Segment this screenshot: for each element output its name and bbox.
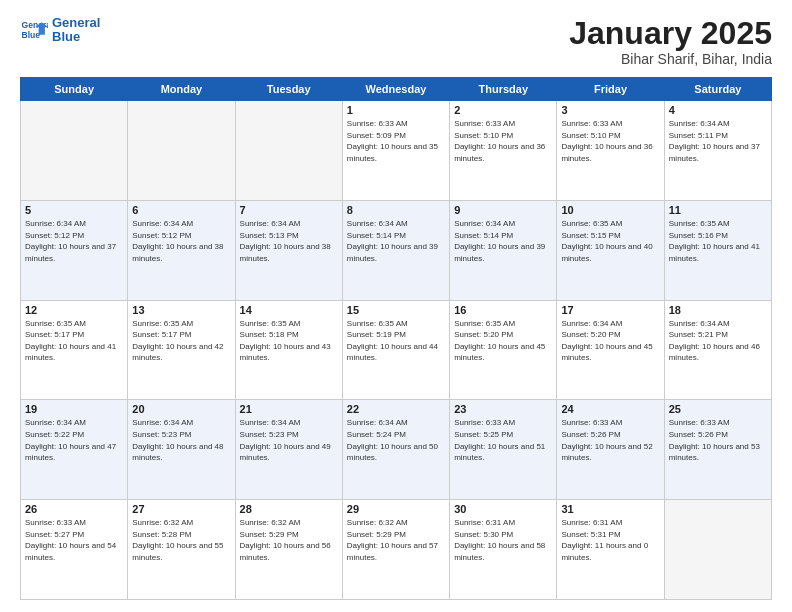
- day-info: Sunrise: 6:34 AMSunset: 5:22 PMDaylight:…: [25, 417, 123, 463]
- day-info: Sunrise: 6:32 AMSunset: 5:29 PMDaylight:…: [240, 517, 338, 563]
- logo: General Blue General Blue: [20, 16, 100, 45]
- day-info: Sunrise: 6:34 AMSunset: 5:23 PMDaylight:…: [240, 417, 338, 463]
- day-number: 29: [347, 503, 445, 515]
- day-number: 25: [669, 403, 767, 415]
- table-row: 30Sunrise: 6:31 AMSunset: 5:30 PMDayligh…: [450, 500, 557, 600]
- day-number: 20: [132, 403, 230, 415]
- page: General Blue General Blue January 2025 B…: [0, 0, 792, 612]
- table-row: 2Sunrise: 6:33 AMSunset: 5:10 PMDaylight…: [450, 101, 557, 201]
- day-number: 28: [240, 503, 338, 515]
- day-number: 2: [454, 104, 552, 116]
- calendar-header-row: Sunday Monday Tuesday Wednesday Thursday…: [21, 78, 772, 101]
- table-row: 21Sunrise: 6:34 AMSunset: 5:23 PMDayligh…: [235, 400, 342, 500]
- day-number: 4: [669, 104, 767, 116]
- col-tuesday: Tuesday: [235, 78, 342, 101]
- day-info: Sunrise: 6:35 AMSunset: 5:20 PMDaylight:…: [454, 318, 552, 364]
- day-info: Sunrise: 6:35 AMSunset: 5:17 PMDaylight:…: [25, 318, 123, 364]
- table-row: 25Sunrise: 6:33 AMSunset: 5:26 PMDayligh…: [664, 400, 771, 500]
- table-row: 15Sunrise: 6:35 AMSunset: 5:19 PMDayligh…: [342, 300, 449, 400]
- logo-line1: General: [52, 16, 100, 30]
- day-number: 1: [347, 104, 445, 116]
- logo-icon: General Blue: [20, 16, 48, 44]
- day-number: 8: [347, 204, 445, 216]
- table-row: 13Sunrise: 6:35 AMSunset: 5:17 PMDayligh…: [128, 300, 235, 400]
- table-row: 7Sunrise: 6:34 AMSunset: 5:13 PMDaylight…: [235, 200, 342, 300]
- day-info: Sunrise: 6:33 AMSunset: 5:27 PMDaylight:…: [25, 517, 123, 563]
- table-row: 4Sunrise: 6:34 AMSunset: 5:11 PMDaylight…: [664, 101, 771, 201]
- day-info: Sunrise: 6:35 AMSunset: 5:19 PMDaylight:…: [347, 318, 445, 364]
- table-row: 27Sunrise: 6:32 AMSunset: 5:28 PMDayligh…: [128, 500, 235, 600]
- day-number: 9: [454, 204, 552, 216]
- table-row: 26Sunrise: 6:33 AMSunset: 5:27 PMDayligh…: [21, 500, 128, 600]
- day-info: Sunrise: 6:31 AMSunset: 5:30 PMDaylight:…: [454, 517, 552, 563]
- day-number: 13: [132, 304, 230, 316]
- day-info: Sunrise: 6:33 AMSunset: 5:26 PMDaylight:…: [561, 417, 659, 463]
- table-row: 1Sunrise: 6:33 AMSunset: 5:09 PMDaylight…: [342, 101, 449, 201]
- col-friday: Friday: [557, 78, 664, 101]
- svg-text:Blue: Blue: [22, 30, 41, 40]
- logo-line2: Blue: [52, 30, 100, 44]
- day-info: Sunrise: 6:34 AMSunset: 5:12 PMDaylight:…: [25, 218, 123, 264]
- day-number: 24: [561, 403, 659, 415]
- table-row: 28Sunrise: 6:32 AMSunset: 5:29 PMDayligh…: [235, 500, 342, 600]
- calendar-table: Sunday Monday Tuesday Wednesday Thursday…: [20, 77, 772, 600]
- table-row: 17Sunrise: 6:34 AMSunset: 5:20 PMDayligh…: [557, 300, 664, 400]
- day-info: Sunrise: 6:34 AMSunset: 5:12 PMDaylight:…: [132, 218, 230, 264]
- day-number: 21: [240, 403, 338, 415]
- day-number: 22: [347, 403, 445, 415]
- day-number: 30: [454, 503, 552, 515]
- col-wednesday: Wednesday: [342, 78, 449, 101]
- day-number: 23: [454, 403, 552, 415]
- table-row: 12Sunrise: 6:35 AMSunset: 5:17 PMDayligh…: [21, 300, 128, 400]
- day-info: Sunrise: 6:35 AMSunset: 5:15 PMDaylight:…: [561, 218, 659, 264]
- day-number: 10: [561, 204, 659, 216]
- day-info: Sunrise: 6:34 AMSunset: 5:14 PMDaylight:…: [347, 218, 445, 264]
- table-row: 31Sunrise: 6:31 AMSunset: 5:31 PMDayligh…: [557, 500, 664, 600]
- table-row: 24Sunrise: 6:33 AMSunset: 5:26 PMDayligh…: [557, 400, 664, 500]
- day-number: 18: [669, 304, 767, 316]
- header: General Blue General Blue January 2025 B…: [20, 16, 772, 67]
- day-number: 16: [454, 304, 552, 316]
- day-number: 27: [132, 503, 230, 515]
- day-info: Sunrise: 6:34 AMSunset: 5:20 PMDaylight:…: [561, 318, 659, 364]
- table-row: 3Sunrise: 6:33 AMSunset: 5:10 PMDaylight…: [557, 101, 664, 201]
- day-info: Sunrise: 6:33 AMSunset: 5:10 PMDaylight:…: [561, 118, 659, 164]
- col-saturday: Saturday: [664, 78, 771, 101]
- day-number: 7: [240, 204, 338, 216]
- day-info: Sunrise: 6:34 AMSunset: 5:23 PMDaylight:…: [132, 417, 230, 463]
- day-info: Sunrise: 6:33 AMSunset: 5:10 PMDaylight:…: [454, 118, 552, 164]
- table-row: 6Sunrise: 6:34 AMSunset: 5:12 PMDaylight…: [128, 200, 235, 300]
- day-info: Sunrise: 6:35 AMSunset: 5:18 PMDaylight:…: [240, 318, 338, 364]
- table-row: 20Sunrise: 6:34 AMSunset: 5:23 PMDayligh…: [128, 400, 235, 500]
- calendar-subtitle: Bihar Sharif, Bihar, India: [569, 51, 772, 67]
- day-number: 12: [25, 304, 123, 316]
- table-row: [128, 101, 235, 201]
- day-number: 26: [25, 503, 123, 515]
- day-number: 11: [669, 204, 767, 216]
- table-row: 5Sunrise: 6:34 AMSunset: 5:12 PMDaylight…: [21, 200, 128, 300]
- day-info: Sunrise: 6:35 AMSunset: 5:16 PMDaylight:…: [669, 218, 767, 264]
- table-row: 10Sunrise: 6:35 AMSunset: 5:15 PMDayligh…: [557, 200, 664, 300]
- day-number: 5: [25, 204, 123, 216]
- table-row: [21, 101, 128, 201]
- col-monday: Monday: [128, 78, 235, 101]
- table-row: [235, 101, 342, 201]
- day-info: Sunrise: 6:34 AMSunset: 5:24 PMDaylight:…: [347, 417, 445, 463]
- day-info: Sunrise: 6:32 AMSunset: 5:28 PMDaylight:…: [132, 517, 230, 563]
- table-row: 18Sunrise: 6:34 AMSunset: 5:21 PMDayligh…: [664, 300, 771, 400]
- table-row: 9Sunrise: 6:34 AMSunset: 5:14 PMDaylight…: [450, 200, 557, 300]
- day-info: Sunrise: 6:34 AMSunset: 5:11 PMDaylight:…: [669, 118, 767, 164]
- calendar-title: January 2025: [569, 16, 772, 51]
- title-block: January 2025 Bihar Sharif, Bihar, India: [569, 16, 772, 67]
- day-info: Sunrise: 6:33 AMSunset: 5:26 PMDaylight:…: [669, 417, 767, 463]
- col-sunday: Sunday: [21, 78, 128, 101]
- day-info: Sunrise: 6:34 AMSunset: 5:14 PMDaylight:…: [454, 218, 552, 264]
- day-info: Sunrise: 6:34 AMSunset: 5:13 PMDaylight:…: [240, 218, 338, 264]
- day-info: Sunrise: 6:33 AMSunset: 5:25 PMDaylight:…: [454, 417, 552, 463]
- day-number: 14: [240, 304, 338, 316]
- table-row: 11Sunrise: 6:35 AMSunset: 5:16 PMDayligh…: [664, 200, 771, 300]
- day-info: Sunrise: 6:33 AMSunset: 5:09 PMDaylight:…: [347, 118, 445, 164]
- day-info: Sunrise: 6:31 AMSunset: 5:31 PMDaylight:…: [561, 517, 659, 563]
- day-info: Sunrise: 6:34 AMSunset: 5:21 PMDaylight:…: [669, 318, 767, 364]
- day-number: 31: [561, 503, 659, 515]
